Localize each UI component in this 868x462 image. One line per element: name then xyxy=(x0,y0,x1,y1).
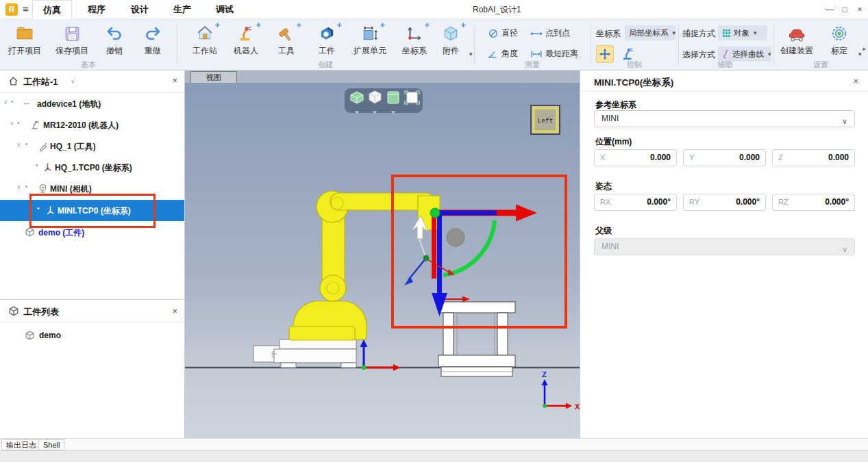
panel-close-button[interactable]: × xyxy=(853,76,858,86)
tree-item-robot[interactable]: ∨ • MR12-2010 (机器人) xyxy=(0,114,184,136)
rail-base[interactable] xyxy=(253,339,356,368)
ribbon-group-settings: 创建装置 标定 ▾ 设置 xyxy=(773,19,868,70)
rail-icon: ↔ xyxy=(22,97,32,107)
property-panel: MINI.TCP0(坐标系) × 参考坐标系 MINI ∨ 位置(mm) X 0… xyxy=(580,70,868,438)
ribbon-group-basic: 打开项目 保存项目 撤销 重做 基本 xyxy=(0,19,177,70)
minimize-button[interactable]: — xyxy=(821,0,838,19)
curve-icon xyxy=(722,49,730,59)
move-arrows-icon xyxy=(599,48,611,60)
axes-icon xyxy=(45,205,55,216)
viewport-3d[interactable]: Left Z X xyxy=(185,83,580,438)
tab-debug[interactable]: 调试 xyxy=(205,0,245,19)
undo-icon xyxy=(106,24,123,43)
shortest-distance-icon xyxy=(530,49,543,59)
create-extension-button[interactable]: + 扩展单元 xyxy=(347,24,393,57)
tree-item-tool[interactable]: ∨ • HQ_1 (工具) xyxy=(0,136,184,157)
robot-arm[interactable] xyxy=(289,191,440,340)
maximize-button[interactable]: □ xyxy=(836,0,853,19)
tcp-rotation-arc[interactable] xyxy=(443,220,495,275)
grid-icon xyxy=(722,29,731,38)
table-frame[interactable] xyxy=(438,302,515,376)
tree-item-addevice1[interactable]: ∨ • ↔ addevice1 (地轨) xyxy=(0,93,184,114)
posture-label: 姿态 xyxy=(595,181,612,192)
workpiece-cube-icon xyxy=(8,306,18,316)
calibration-dropdown-arrow[interactable]: ▾ xyxy=(858,51,862,57)
measure-angle-button[interactable]: 角度 xyxy=(488,48,518,60)
panel-close-button[interactable]: × xyxy=(172,306,177,316)
parent-label: 父级 xyxy=(595,225,612,237)
tab-production[interactable]: 生产 xyxy=(162,0,202,19)
redo-button[interactable]: 重做 xyxy=(134,24,171,57)
ribbon-group-assist: 捕捉方式 对象 ▾ 选择方式 选择曲线 ▾ 辅助 xyxy=(678,19,772,70)
save-project-button[interactable]: 保存项目 xyxy=(49,24,95,57)
snap-mode-dropdown[interactable]: 对象 ▾ xyxy=(718,25,767,40)
attachment-dropdown-arrow[interactable]: ▾ xyxy=(469,51,473,57)
tab-simulation[interactable]: 仿真 xyxy=(32,0,72,19)
base-frame-axes xyxy=(360,339,401,371)
chevron-down-icon: ∨ xyxy=(842,242,847,257)
measure-shortest-button[interactable]: 最短距离 xyxy=(530,48,578,60)
workpiece-cube-icon xyxy=(25,331,35,341)
chevron-down-icon[interactable]: ∨ xyxy=(71,78,75,85)
axes-icon xyxy=(42,162,53,172)
calibration-button[interactable]: 标定 xyxy=(823,24,856,57)
position-z-field[interactable]: Z 0.000 xyxy=(772,149,855,166)
ref-frame-label: 参考坐标系 xyxy=(595,99,636,111)
posture-ry-field[interactable]: RY 0.000° xyxy=(683,194,766,211)
undo-button[interactable]: 撤销 xyxy=(96,24,133,57)
car-icon xyxy=(786,24,807,43)
create-robot-button[interactable]: + 机器人 xyxy=(225,24,266,57)
posture-rz-field[interactable]: RZ 0.000° xyxy=(772,194,855,211)
tcp-origin[interactable] xyxy=(430,208,440,218)
scene-tree-panel: 工作站-1 ∨ × ∨ • ↔ addevice1 (地轨) ∨ • MR12-… xyxy=(0,70,185,438)
ribbon-expand-arrow[interactable]: ▸ xyxy=(863,45,866,52)
x-axis-label: X xyxy=(575,402,580,411)
ribbon-group-control: 坐标系 局部坐标系 ▾ 控制 xyxy=(591,19,678,70)
tcp-sphere-handle[interactable] xyxy=(447,229,464,246)
shell-tab[interactable]: Shell xyxy=(38,439,64,450)
tree-item-demo-workpiece[interactable]: demo (工件) xyxy=(0,222,184,243)
folder-icon xyxy=(16,24,34,43)
open-project-button[interactable]: 打开项目 xyxy=(3,24,47,57)
posture-rx-field[interactable]: RX 0.000° xyxy=(594,194,677,211)
ribbon-group-create: + 工作站 + 机器人 + 工具 + 工件 xyxy=(177,19,474,70)
measure-diameter-button[interactable]: 直径 xyxy=(488,27,518,39)
svg-text:Left: Left xyxy=(538,117,554,125)
create-workpiece-button[interactable]: + 工件 xyxy=(308,24,346,57)
tab-design[interactable]: 设计 xyxy=(120,0,160,19)
position-x-field[interactable]: X 0.000 xyxy=(594,149,677,166)
view-cube-left[interactable]: Left xyxy=(531,105,560,134)
create-device-button[interactable]: 创建装置 xyxy=(775,24,819,57)
status-bar xyxy=(0,450,868,462)
world-axis-indicator: Z X xyxy=(542,370,580,411)
create-tool-button[interactable]: + 工具 xyxy=(268,24,305,57)
create-frame-button[interactable]: + 坐标系 xyxy=(395,24,434,57)
tab-program[interactable]: 程序 xyxy=(77,0,116,19)
panel-close-button[interactable]: × xyxy=(172,75,177,86)
viewport-tab-view[interactable]: 视图 xyxy=(190,71,237,83)
diameter-icon xyxy=(488,28,499,39)
tree-item-hq-tcp0[interactable]: • HQ_1.TCP0 (坐标系) xyxy=(0,157,184,178)
tcp-z-axis[interactable] xyxy=(432,213,436,279)
view-toolbar xyxy=(345,88,423,114)
target-icon xyxy=(830,24,848,43)
tree-item-mini-tcp0-selected[interactable]: • MINI.TCP0 (坐标系) xyxy=(0,200,184,221)
output-log-tab[interactable]: 输出日志 xyxy=(1,439,41,450)
chevron-down-icon: ▾ xyxy=(673,29,676,36)
workpiece-list-header: 工件列表 × xyxy=(0,299,184,322)
hamburger-menu-icon[interactable]: ≡ xyxy=(23,3,29,14)
workpiece-item-demo[interactable]: demo xyxy=(0,325,184,346)
position-y-field[interactable]: Y 0.000 xyxy=(683,149,766,166)
view-fit-icon[interactable] xyxy=(405,91,419,104)
create-station-button[interactable]: + 工作站 xyxy=(184,24,225,57)
frame-axes-icon: + xyxy=(406,24,423,43)
tree-item-camera[interactable]: ∨ • MINI (相机) xyxy=(0,178,184,199)
close-button[interactable]: × xyxy=(852,0,868,19)
chevron-down-icon: ▾ xyxy=(768,51,771,57)
ribbon-group-measure: 直径 点到点 角度 最短距离 测量 xyxy=(474,19,591,70)
coord-system-dropdown[interactable]: 局部坐标系 ▾ xyxy=(625,25,675,40)
create-attachment-button[interactable]: + 附件 xyxy=(435,24,467,57)
measure-p2p-button[interactable]: 点到点 xyxy=(530,27,570,39)
viewport-tab-strip: 视图 xyxy=(185,70,580,83)
ref-frame-select[interactable]: MINI ∨ xyxy=(594,110,855,127)
